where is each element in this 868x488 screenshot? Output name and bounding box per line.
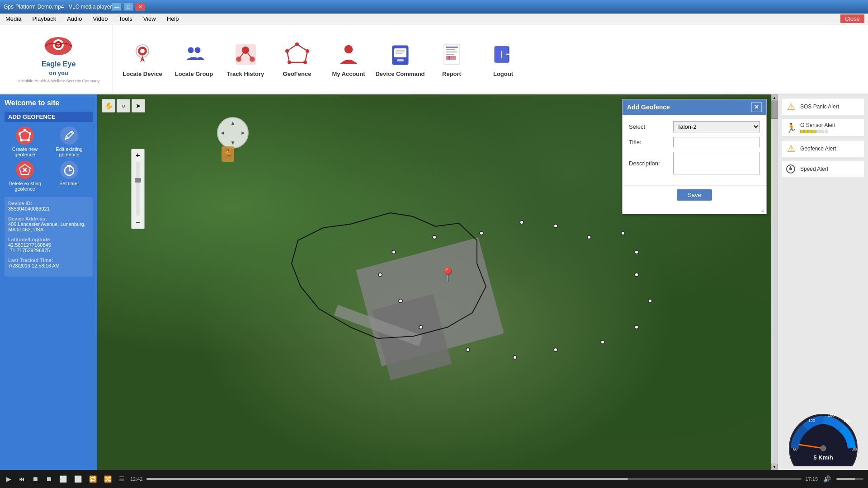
- menu-view[interactable]: View: [142, 14, 158, 23]
- sidebar: Welcome to site ADD GEOFENCE: [0, 94, 97, 470]
- geo-point-11[interactable]: [553, 347, 558, 352]
- pan-tool-button[interactable]: ✋: [102, 99, 115, 113]
- scrollbar-thumb-area[interactable]: [771, 101, 778, 464]
- svg-point-48: [20, 139, 23, 141]
- svg-rect-35: [446, 47, 458, 48]
- geo-point-2[interactable]: [519, 220, 524, 225]
- playlist-button[interactable]: ☰: [117, 474, 127, 483]
- set-timer-label: Set timer: [59, 181, 79, 186]
- menu-tools[interactable]: Tools: [117, 14, 134, 23]
- menu-media[interactable]: Media: [4, 14, 23, 23]
- maximize-button[interactable]: □: [123, 3, 133, 11]
- repeat-button[interactable]: 🔁: [87, 474, 99, 483]
- geo-point-7[interactable]: [634, 272, 639, 277]
- svg-marker-20: [287, 44, 307, 62]
- zoom-in-button[interactable]: +: [132, 150, 143, 161]
- title-input[interactable]: [673, 137, 760, 147]
- menu-playback[interactable]: Playback: [30, 14, 58, 23]
- sos-alert-item[interactable]: ⚠ SOS Panic Alert: [782, 98, 864, 115]
- menubar: Media Playback Audio Video Tools View He…: [0, 14, 868, 24]
- speed-alert-item[interactable]: Speed Alert: [782, 161, 864, 177]
- geofence-dialog-header: Add Geofence ×: [623, 99, 766, 115]
- progress-bar[interactable]: [146, 478, 802, 480]
- lat-value: 42.5801277160645: [8, 242, 89, 248]
- geo-point-10[interactable]: [600, 340, 605, 344]
- nav-my-account[interactable]: My Account: [324, 30, 373, 89]
- save-button[interactable]: Save: [677, 189, 712, 201]
- menu-audio[interactable]: Audio: [65, 14, 84, 23]
- nav-report[interactable]: Report: [427, 30, 476, 89]
- play-button[interactable]: ▶: [5, 474, 13, 483]
- menu-video[interactable]: Video: [91, 14, 109, 23]
- geo-point-6[interactable]: [634, 250, 639, 254]
- zoom-out-button[interactable]: −: [132, 217, 143, 228]
- map-area[interactable]: ✋ ○ ➤ ▲ ▼ ◄ ►: [97, 94, 771, 470]
- device-select[interactable]: Talon-2 Talon-1 Talon-3: [673, 121, 760, 132]
- geofence-alert-item[interactable]: ⚠ Geofence Alert: [782, 140, 864, 157]
- frame-next-button[interactable]: ⬜: [72, 474, 84, 483]
- logout-svg: [491, 42, 516, 67]
- frame-prev-button[interactable]: ⬜: [57, 474, 69, 483]
- create-new-geofence-action[interactable]: Create new geofence: [5, 127, 45, 157]
- scroll-down-button[interactable]: ▼: [771, 464, 778, 470]
- geo-point-1[interactable]: [479, 231, 484, 235]
- geo-point-3[interactable]: [553, 224, 558, 228]
- nav-locate-device[interactable]: Locate Device: [118, 30, 167, 89]
- minimize-button[interactable]: —: [112, 3, 122, 11]
- geo-point-12[interactable]: [513, 355, 517, 360]
- zoom-thumb[interactable]: [135, 178, 141, 183]
- geo-point-18[interactable]: [432, 235, 437, 239]
- geo-point-13[interactable]: [466, 347, 470, 352]
- geo-point-9[interactable]: [634, 325, 639, 329]
- volume-icon[interactable]: 🔊: [821, 474, 833, 483]
- nav-geofence[interactable]: GeoFence: [272, 30, 322, 89]
- dialog-resize-handle[interactable]: ⊿: [623, 207, 766, 214]
- edit-geofence-action[interactable]: Edit existing geofence: [49, 127, 90, 157]
- description-input[interactable]: [673, 152, 760, 174]
- create-geofence-label: Create new geofence: [5, 146, 45, 157]
- pan-up[interactable]: ▲: [230, 120, 236, 126]
- geofence-dialog-close-button[interactable]: ×: [751, 102, 762, 112]
- window-close-button[interactable]: ✕: [135, 3, 145, 11]
- arrow-tool-button[interactable]: ➤: [132, 99, 145, 113]
- gsensor-alert-item[interactable]: 🏃 G Sensor Alert: [782, 119, 864, 136]
- select-row: Select Talon-2 Talon-1 Talon-3: [629, 121, 760, 132]
- sidebar-actions: Create new geofence Edit existing geofen…: [5, 127, 93, 192]
- locate-group-label: Locate Group: [175, 70, 213, 77]
- nav-logout[interactable]: Logout: [478, 30, 528, 89]
- rewind-button[interactable]: ⏮: [17, 474, 27, 483]
- set-timer-action[interactable]: Set timer: [49, 161, 90, 192]
- delete-geofence-action[interactable]: Delete existing geofence: [5, 161, 45, 192]
- menu-help[interactable]: Help: [165, 14, 181, 23]
- select-label: Select: [629, 123, 670, 130]
- circle-tool-button[interactable]: ○: [117, 99, 130, 113]
- geo-point-17[interactable]: [392, 250, 396, 254]
- pan-control[interactable]: ▲ ▼ ◄ ►: [217, 117, 249, 149]
- svg-line-59: [323, 224, 350, 228]
- nav-track-history[interactable]: Track History: [221, 30, 270, 89]
- zoom-track[interactable]: [136, 162, 140, 216]
- geo-point-5[interactable]: [621, 231, 625, 235]
- nav-device-command[interactable]: Device Command: [375, 30, 425, 89]
- geo-point-8[interactable]: [648, 299, 652, 303]
- shuffle-button[interactable]: 🔀: [102, 474, 113, 483]
- stop-alt-button[interactable]: ⏹: [44, 474, 54, 483]
- stop-button[interactable]: ⏹: [30, 474, 40, 483]
- close-button[interactable]: Close: [840, 14, 864, 23]
- pan-right[interactable]: ►: [241, 130, 246, 136]
- pan-down[interactable]: ▼: [230, 140, 236, 146]
- timer-svg: [63, 164, 75, 176]
- device-id-label: Device ID:: [8, 201, 89, 206]
- geo-point-4[interactable]: [587, 235, 591, 239]
- right-scrollbar[interactable]: ▲ ▼: [771, 94, 778, 470]
- description-label: Description:: [629, 160, 670, 167]
- geo-point-14[interactable]: [419, 325, 423, 329]
- volume-bar[interactable]: [836, 478, 863, 480]
- geo-point-16[interactable]: [378, 272, 382, 277]
- nav-locate-group[interactable]: Locate Group: [169, 30, 219, 89]
- scrollbar-thumb[interactable]: [771, 101, 778, 119]
- zoom-control[interactable]: + −: [131, 149, 145, 229]
- pan-left[interactable]: ◄: [220, 130, 225, 136]
- scroll-up-button[interactable]: ▲: [771, 94, 778, 101]
- geo-point-15[interactable]: [398, 299, 403, 303]
